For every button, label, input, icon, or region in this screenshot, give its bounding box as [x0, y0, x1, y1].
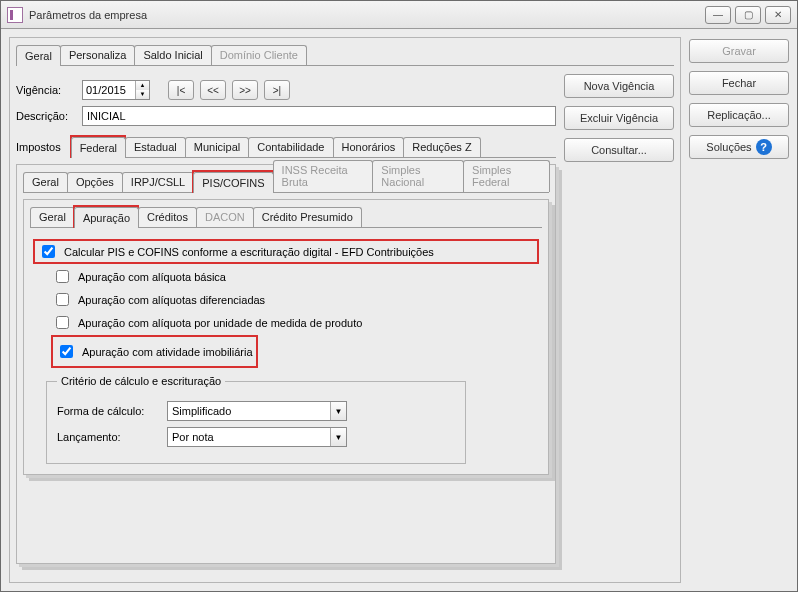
lancamento-label: Lançamento:: [57, 431, 157, 443]
tab-honorarios[interactable]: Honorários: [333, 137, 405, 157]
main-panel: Geral Personaliza Saldo Inicial Domínio …: [9, 37, 681, 583]
app-icon: [7, 7, 23, 23]
check-calc-efd-label: Calcular PIS e COFINS conforme a escritu…: [64, 246, 434, 258]
check-ativ-imob-label: Apuração com atividade imobiliária: [82, 346, 253, 358]
vigencia-buttons: Nova Vigência Excluir Vigência Consultar…: [564, 74, 674, 564]
tab-reducoes-z[interactable]: Reduções Z: [403, 137, 480, 157]
tab-dominio-cliente: Domínio Cliente: [211, 45, 307, 65]
tab-estadual[interactable]: Estadual: [125, 137, 186, 157]
tab-fed-simples-nacional: Simples Nacional: [372, 160, 464, 192]
maximize-button[interactable]: ▢: [735, 6, 761, 24]
lancamento-value: Por nota: [172, 431, 214, 443]
tab-fed-irpj-csll[interactable]: IRPJ/CSLL: [122, 172, 194, 192]
titlebar: Parâmetros da empresa — ▢ ✕: [1, 1, 797, 29]
check-ativ-imob[interactable]: [60, 345, 73, 358]
tab-fed-geral[interactable]: Geral: [23, 172, 68, 192]
tab-municipal[interactable]: Municipal: [185, 137, 249, 157]
tab-fed-pis-cofins[interactable]: PIS/COFINS: [193, 172, 273, 193]
vigencia-label: Vigência:: [16, 84, 76, 96]
client-area: Geral Personaliza Saldo Inicial Domínio …: [1, 29, 797, 591]
forma-calculo-label: Forma de cálculo:: [57, 405, 157, 417]
tab-fed-opcoes[interactable]: Opções: [67, 172, 123, 192]
federal-panel: Geral Opções IRPJ/CSLL PIS/COFINS INSS R…: [16, 164, 556, 564]
impostos-label: Impostos: [16, 141, 61, 153]
solucoes-label: Soluções: [706, 141, 751, 153]
tab-saldo-inicial[interactable]: Saldo Inicial: [134, 45, 211, 65]
vigencia-input[interactable]: [83, 81, 135, 99]
check-aliq-basica-row: Apuração com alíquota básica: [52, 267, 538, 286]
check-aliq-unidade-row: Apuração com alíquota por unidade de med…: [52, 313, 538, 332]
forma-calculo-select[interactable]: Simplificado ▼: [167, 401, 347, 421]
chevron-down-icon: ▼: [330, 428, 346, 446]
pis-cofins-panel: Geral Apuração Créditos DACON Crédito Pr…: [23, 199, 549, 475]
window-title: Parâmetros da empresa: [29, 9, 147, 21]
side-panel: Gravar Fechar Replicação... Soluções ?: [689, 37, 789, 583]
check-aliq-basica-label: Apuração com alíquota básica: [78, 271, 226, 283]
nav-next-button[interactable]: >>: [232, 80, 258, 100]
check-calc-efd-row: Calcular PIS e COFINS conforme a escritu…: [34, 240, 538, 263]
excluir-vigencia-button[interactable]: Excluir Vigência: [564, 106, 674, 130]
tab-pc-apuracao[interactable]: Apuração: [74, 207, 139, 228]
nav-last-button[interactable]: >|: [264, 80, 290, 100]
tab-pc-credito-presumido[interactable]: Crédito Presumido: [253, 207, 362, 227]
tab-pc-creditos[interactable]: Créditos: [138, 207, 197, 227]
nova-vigencia-button[interactable]: Nova Vigência: [564, 74, 674, 98]
spinner-down-icon[interactable]: ▼: [135, 90, 149, 99]
fechar-button[interactable]: Fechar: [689, 71, 789, 95]
nav-first-button[interactable]: |<: [168, 80, 194, 100]
federal-tabs: Geral Opções IRPJ/CSLL PIS/COFINS INSS R…: [23, 171, 549, 193]
lancamento-select[interactable]: Por nota ▼: [167, 427, 347, 447]
tab-fed-simples-federal: Simples Federal: [463, 160, 550, 192]
spinner-up-icon[interactable]: ▲: [135, 81, 149, 90]
vigencia-spinner[interactable]: ▲ ▼: [82, 80, 150, 100]
minimize-button[interactable]: —: [705, 6, 731, 24]
pis-cofins-tabs: Geral Apuração Créditos DACON Crédito Pr…: [30, 206, 542, 228]
tab-fed-inss-receita-bruta: INSS Receita Bruta: [273, 160, 374, 192]
check-ativ-imob-row: Apuração com atividade imobiliária: [52, 340, 257, 363]
check-calc-efd[interactable]: [42, 245, 55, 258]
app-window: Parâmetros da empresa — ▢ ✕ Geral Person…: [0, 0, 798, 592]
forma-calculo-value: Simplificado: [172, 405, 231, 417]
check-aliq-dif-label: Apuração com alíquotas diferenciadas: [78, 294, 265, 306]
tab-federal[interactable]: Federal: [71, 137, 126, 158]
consultar-button[interactable]: Consultar...: [564, 138, 674, 162]
solucoes-button[interactable]: Soluções ?: [689, 135, 789, 159]
close-button[interactable]: ✕: [765, 6, 791, 24]
tab-personaliza[interactable]: Personaliza: [60, 45, 135, 65]
check-aliq-basica[interactable]: [56, 270, 69, 283]
chevron-down-icon: ▼: [330, 402, 346, 420]
tab-pc-dacon: DACON: [196, 207, 254, 227]
tab-pc-geral[interactable]: Geral: [30, 207, 75, 227]
nav-prev-button[interactable]: <<: [200, 80, 226, 100]
tab-contabilidade[interactable]: Contabilidade: [248, 137, 333, 157]
impostos-tabs: Federal Estadual Municipal Contabilidade…: [71, 136, 556, 158]
replicacao-button[interactable]: Replicação...: [689, 103, 789, 127]
criterio-fieldset: Critério de cálculo e escrituração Forma…: [46, 375, 466, 464]
descricao-input[interactable]: [82, 106, 556, 126]
gravar-button[interactable]: Gravar: [689, 39, 789, 63]
check-aliq-unidade-label: Apuração com alíquota por unidade de med…: [78, 317, 362, 329]
check-aliq-dif[interactable]: [56, 293, 69, 306]
check-aliq-dif-row: Apuração com alíquotas diferenciadas: [52, 290, 538, 309]
tab-geral[interactable]: Geral: [16, 45, 61, 66]
check-aliq-unidade[interactable]: [56, 316, 69, 329]
criterio-legend: Critério de cálculo e escrituração: [57, 375, 225, 387]
help-icon: ?: [756, 139, 772, 155]
main-tabs: Geral Personaliza Saldo Inicial Domínio …: [16, 44, 674, 66]
descricao-label: Descrição:: [16, 110, 76, 122]
